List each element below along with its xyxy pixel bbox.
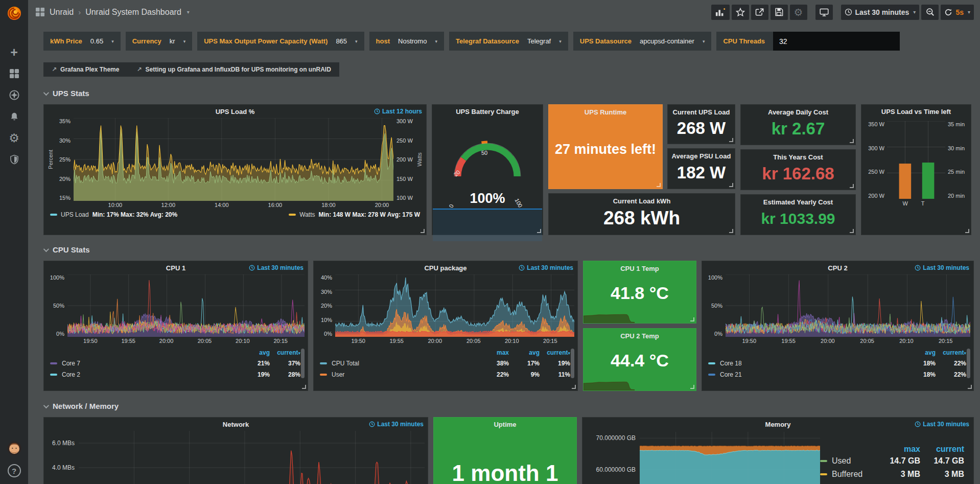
panel-cpu1-temp: CPU 1 Temp 41.8 °C (583, 261, 696, 324)
y-axis-ticks: 40%30%20% 10%0% (317, 274, 335, 337)
clock-icon (915, 421, 921, 427)
variable-cpu-threads: CPU Threads 32 (716, 32, 900, 51)
ups-bars-plot[interactable] (887, 121, 945, 199)
bars-y-ticks-right: 35 min30 min 25 min20 min (945, 121, 969, 199)
legend-series-core7[interactable]: Core 7 (50, 360, 239, 367)
network-chart-plot[interactable] (79, 431, 425, 484)
memory-chart-plot[interactable] (640, 432, 820, 484)
cpu1-chart-plot[interactable] (67, 274, 305, 337)
time-range-picker[interactable]: Last 30 minutes ▾ (841, 5, 920, 20)
tv-cycle-button[interactable] (815, 5, 833, 20)
legend-sort-avg[interactable]: avg (905, 349, 936, 356)
legend-scrollbar[interactable] (301, 349, 305, 378)
section-network-memory[interactable]: Network / Memory (43, 402, 974, 410)
variable-currency[interactable]: Currency kr ▾ (126, 32, 192, 51)
zoom-out-time-button[interactable] (921, 5, 939, 20)
star-dashboard-button[interactable] (732, 5, 749, 20)
current-load-kwh-value: 268 kWh (603, 205, 680, 235)
legend-item-watts[interactable]: Watts Min: 148 W Max: 278 W Avg: 175 W (289, 211, 420, 218)
panel-ups-load: UPS Load % Last 12 hours Percent 35%30% … (43, 104, 427, 235)
variable-telegraf-datasource[interactable]: Telegraf Datasource Telegraf ▾ (449, 32, 568, 51)
legend-sort-avg[interactable]: avg (509, 349, 540, 356)
user-avatar[interactable] (4, 441, 25, 455)
dashboard-picker-caret-icon[interactable]: ▾ (187, 9, 190, 15)
section-cpu-stats[interactable]: CPU Stats (43, 245, 974, 254)
alerting-bell-icon[interactable] (4, 109, 25, 124)
memory-legend: max current Used 14.7 GB 14.7 GB Buffere… (820, 431, 973, 484)
breadcrumb-app[interactable]: Unraid (50, 8, 74, 17)
current-ups-load-value: 268 W (677, 116, 726, 144)
dropdown-caret-icon: ▾ (111, 39, 114, 44)
legend-series-used[interactable]: Used (820, 456, 880, 466)
panel-ups-battery-charge: UPS Battery Charge 0 20 50 100 100% (432, 104, 543, 235)
y-axis-label-right: Watts (416, 118, 423, 201)
time-range-label: Last 30 minutes (855, 8, 909, 16)
share-dashboard-button[interactable] (751, 5, 768, 20)
dashboard-grid-icon[interactable] (35, 7, 45, 17)
variable-ups-max-power[interactable]: UPS Max Output Power Capacity (Watt) 865… (197, 32, 364, 51)
panel-cpu2-temp: CPU 2 Temp 44.4 °C (583, 328, 696, 391)
x-axis-ticks: 19:5019:55 20:0020:05 20:1020:15 (335, 337, 573, 345)
panel-current-load-kwh: Current Load kWh 268 kWh (548, 193, 735, 235)
section-ups-stats[interactable]: UPS Stats (43, 89, 974, 98)
variable-ups-datasource[interactable]: UPS Datasource apcupsd-container ▾ (573, 32, 712, 51)
dashboards-icon[interactable] (4, 66, 25, 81)
uptime-value: 1 month 1 (434, 460, 576, 484)
ups-mid-stats: Current UPS Load 268 W UPS Runtime 27 mi… (548, 104, 735, 235)
legend-series-core18[interactable]: Core 18 (708, 360, 905, 367)
legend-sort-current[interactable]: current▾ (540, 349, 570, 356)
temp-sparkline (584, 310, 635, 323)
collapse-chevron-icon (43, 246, 49, 251)
dashboard-links-bar: ↗ Grafana Plex Theme ↗ Setting up Grafan… (43, 62, 339, 77)
panel-cpu2: CPU 2 Last 30 minutes 100%50%0% 19:5019:… (702, 261, 974, 391)
dashboard-content: kWh Price 0.65 ▾ Currency kr ▾ UPS Max O… (28, 32, 980, 484)
grafana-logo-icon[interactable] (0, 0, 28, 27)
legend-series-buffered[interactable]: Buffered (820, 470, 880, 479)
legend-sort-max[interactable]: max (880, 445, 920, 454)
legend-sort-current[interactable]: current (920, 445, 964, 454)
dropdown-caret-icon: ▾ (355, 39, 358, 44)
link-grafana-plex-theme[interactable]: ↗ Grafana Plex Theme (52, 66, 119, 73)
legend-series-cpu-total[interactable]: CPU Total (320, 360, 478, 367)
clock-icon (369, 421, 375, 427)
server-admin-shield-icon[interactable] (4, 152, 25, 167)
breadcrumb-dashboard-title[interactable]: Unraid System Dashboard (85, 8, 181, 17)
clock-icon (519, 265, 525, 271)
legend-series-user[interactable]: User (320, 371, 478, 378)
legend-sort-avg[interactable]: avg (239, 349, 270, 356)
refresh-button[interactable]: 5s ▾ (941, 5, 974, 20)
help-icon[interactable]: ? (4, 464, 25, 478)
ups-load-legend: UPS Load Min: 17% Max: 32% Avg: 20% Watt… (44, 210, 426, 218)
legend-sort-current[interactable]: current▾ (270, 349, 300, 356)
panel-time-range: Last 30 minutes (519, 264, 573, 271)
legend-scrollbar[interactable] (967, 349, 970, 378)
variable-host[interactable]: host Nostromo ▾ (369, 32, 444, 51)
legend-series-core2[interactable]: Core 2 (50, 371, 239, 378)
legend-series-core21[interactable]: Core 21 (708, 371, 905, 378)
create-icon[interactable]: + (4, 45, 25, 59)
collapse-chevron-icon (43, 89, 49, 95)
variable-kwh-price[interactable]: kWh Price 0.65 ▾ (43, 32, 121, 51)
cpu-package-chart-plot[interactable] (335, 274, 574, 337)
add-panel-button[interactable] (711, 5, 730, 20)
configuration-gear-icon[interactable]: ⚙ (4, 131, 25, 145)
ups-runtime-value: 27 minutes left! (550, 116, 661, 189)
dashboard-settings-button[interactable]: ⚙ (790, 5, 807, 20)
panel-ups-runtime: UPS Runtime 27 minutes left! (548, 104, 663, 189)
legend-sort-current[interactable]: current▾ (936, 349, 966, 356)
legend-sort-max[interactable]: max (478, 349, 509, 356)
cpu-threads-input[interactable]: 32 (773, 32, 900, 51)
legend-scrollbar[interactable] (571, 349, 574, 378)
panel-average-daily-cost: Average Daily Cost kr 2.67 (740, 104, 856, 145)
save-dashboard-button[interactable] (771, 5, 788, 20)
cpu2-chart-plot[interactable] (726, 274, 970, 337)
link-ups-monitoring-guide[interactable]: ↗ Setting up Grafana and InfluxDB for UP… (136, 66, 331, 73)
explore-compass-icon[interactable] (4, 88, 25, 102)
legend-item-ups-load[interactable]: UPS Load Min: 17% Max: 32% Avg: 20% (50, 211, 177, 218)
sort-caret-icon: ▾ (964, 351, 966, 356)
y-axis-ticks: 70.000000 GB 60.000000 GB 50.000000 GB (587, 432, 640, 484)
panel-average-psu-load: Average PSU Load 182 W (667, 148, 735, 189)
y-axis-ticks-left: 35%30% 25%20% 15% (54, 118, 74, 201)
ups-load-chart-plot[interactable] (74, 118, 393, 201)
panel-memory: Memory Last 30 minutes 70.000000 GB 60.0… (582, 417, 974, 484)
